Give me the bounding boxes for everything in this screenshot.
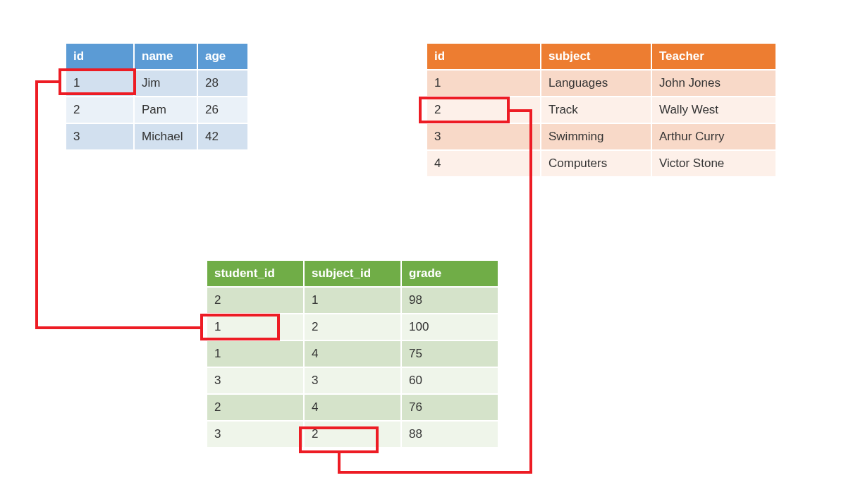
subjects-col-subject: subject bbox=[541, 44, 651, 69]
cell: 4 bbox=[305, 341, 400, 367]
cell: John Jones bbox=[652, 70, 776, 96]
cell: 4 bbox=[305, 395, 400, 420]
cell: 4 bbox=[427, 151, 540, 176]
cell: 1 bbox=[207, 341, 303, 367]
cell: 26 bbox=[198, 97, 247, 123]
cell: 75 bbox=[402, 341, 498, 367]
table-row: 3 Michael 42 bbox=[66, 124, 247, 149]
table-row: 3 Swimming Arthur Curry bbox=[427, 124, 776, 149]
cell: 2 bbox=[66, 97, 133, 123]
grades-col-student: student_id bbox=[207, 261, 303, 286]
cell: 42 bbox=[198, 124, 247, 149]
students-col-id: id bbox=[66, 44, 133, 69]
table-row: 1 Languages John Jones bbox=[427, 70, 776, 96]
cell: 1 bbox=[427, 70, 540, 96]
table-row: 2 Pam 26 bbox=[66, 97, 247, 123]
cell: 28 bbox=[198, 70, 247, 96]
cell: 3 bbox=[66, 124, 133, 149]
cell: Swimming bbox=[541, 124, 651, 149]
cell: 1 bbox=[305, 288, 400, 313]
grades-col-grade: grade bbox=[402, 261, 498, 286]
subjects-col-teacher: Teacher bbox=[652, 44, 776, 69]
cell: Languages bbox=[541, 70, 651, 96]
cell: 2 bbox=[305, 314, 400, 340]
cell: Arthur Curry bbox=[652, 124, 776, 149]
subjects-col-id: id bbox=[427, 44, 540, 69]
table-row: 3 2 88 bbox=[207, 422, 498, 447]
cell: 3 bbox=[427, 124, 540, 149]
cell: 3 bbox=[305, 368, 400, 393]
grades-head: student_id subject_id grade bbox=[207, 261, 498, 286]
cell: 60 bbox=[402, 368, 498, 393]
cell: Pam bbox=[135, 97, 197, 123]
cell: 2 bbox=[305, 422, 400, 447]
++cell: 1 bbox=[66, 70, 133, 96]
students-table: id name age 1 Jim 28 2 Pam 26 3 Michael … bbox=[65, 42, 249, 151]
students-col-name: name bbox=[135, 44, 197, 69]
cell: Computers bbox=[541, 151, 651, 176]
table-row: 4 Computers Victor Stone bbox=[427, 151, 776, 176]
subjects-head: id subject Teacher bbox=[427, 44, 776, 69]
table-row: 2 Track Wally West bbox=[427, 97, 776, 123]
table-row: 1 2 100 bbox=[207, 314, 498, 340]
cell: 3 bbox=[207, 422, 303, 447]
cell: 2 bbox=[207, 395, 303, 420]
cell: Victor Stone bbox=[652, 151, 776, 176]
students-col-age: age bbox=[198, 44, 247, 69]
subjects-table: id subject Teacher 1 Languages John Jone… bbox=[426, 42, 777, 178]
cell: Track bbox=[541, 97, 651, 123]
cell: 2 bbox=[207, 288, 303, 313]
cell: Wally West bbox=[652, 97, 776, 123]
cell: 76 bbox=[402, 395, 498, 420]
table-row: 3 3 60 bbox=[207, 368, 498, 393]
table-row: 2 4 76 bbox=[207, 395, 498, 420]
cell: 1 bbox=[207, 314, 303, 340]
cell: 100 bbox=[402, 314, 498, 340]
cell: 2 bbox=[427, 97, 540, 123]
grades-col-subject: subject_id bbox=[305, 261, 400, 286]
cell: Michael bbox=[135, 124, 197, 149]
cell: Jim bbox=[135, 70, 197, 96]
table-row: 1 Jim 28 bbox=[66, 70, 247, 96]
cell: 98 bbox=[402, 288, 498, 313]
students-head: id name age bbox=[66, 44, 247, 69]
grades-table: student_id subject_id grade 2 1 98 1 2 1… bbox=[206, 259, 499, 448]
table-row: 1 4 75 bbox=[207, 341, 498, 367]
cell: 88 bbox=[402, 422, 498, 447]
table-row: 2 1 98 bbox=[207, 288, 498, 313]
cell: 3 bbox=[207, 368, 303, 393]
